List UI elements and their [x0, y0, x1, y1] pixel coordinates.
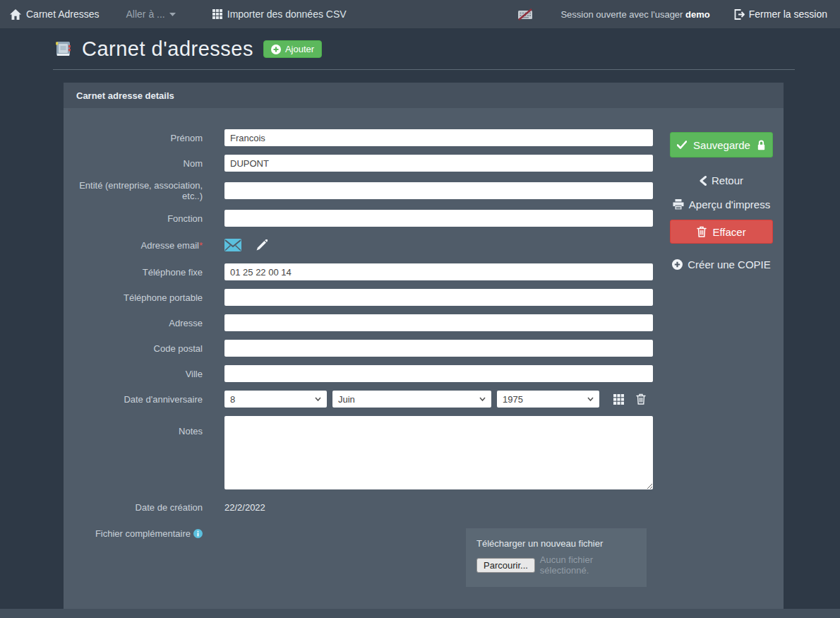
row-ville: Ville	[64, 365, 784, 382]
row-adresse: Adresse	[64, 314, 784, 331]
add-button-label: Ajouter	[285, 44, 314, 54]
birthday-month-value: Juin	[338, 394, 355, 405]
required-asterisk: *	[199, 240, 203, 251]
browse-button[interactable]: Parcourir...	[476, 558, 535, 573]
notes-textarea[interactable]	[224, 416, 653, 489]
check-icon	[677, 141, 687, 149]
trash-icon	[697, 226, 707, 237]
chevron-down-icon	[587, 397, 594, 401]
create-copy-button[interactable]: Créer une COPIE	[672, 259, 771, 271]
adresse-label: Adresse	[64, 318, 224, 328]
date-creation-value: 22/2/2022	[224, 502, 265, 513]
birthday-day-value: 8	[230, 394, 235, 405]
print-preview-button[interactable]: Aperçu d'impress	[673, 198, 770, 210]
address-book-icon	[54, 40, 73, 59]
notes-label: Notes	[64, 416, 224, 436]
nav-import-csv[interactable]: Importer des données CSV	[212, 8, 347, 20]
grid-icon	[212, 9, 222, 19]
row-date-creation: Date de création 22/2/2022	[64, 502, 784, 513]
keyboard-disabled-icon[interactable]	[517, 8, 534, 20]
logout-icon	[734, 9, 745, 20]
panel-title: Carnet adresse details	[76, 90, 174, 101]
details-panel: Carnet adresse details Prénom Nom Entité…	[64, 83, 784, 609]
create-copy-label: Créer une COPIE	[688, 259, 771, 271]
chevron-down-icon	[479, 397, 486, 401]
back-button[interactable]: Retour	[700, 174, 743, 186]
info-icon[interactable]	[193, 529, 203, 538]
home-icon	[10, 9, 21, 20]
nom-label: Nom	[64, 158, 224, 169]
delete-button-label: Effacer	[712, 226, 745, 238]
anniversaire-label: Date d'anniversaire	[64, 394, 224, 405]
birthday-month-select[interactable]: Juin	[332, 391, 491, 408]
birthday-year-select[interactable]: 1975	[497, 391, 599, 408]
prenom-input[interactable]	[224, 129, 653, 146]
save-button-label: Sauvegarde	[693, 139, 750, 151]
action-column: Sauvegarde Retour	[670, 132, 773, 271]
page-title: Carnet d'adresses	[82, 37, 253, 61]
save-button[interactable]: Sauvegarde	[670, 132, 773, 158]
adresse-input[interactable]	[224, 314, 653, 331]
tel-portable-label: Téléphone portable	[64, 292, 224, 303]
session-username: demo	[685, 9, 710, 20]
nav-brand-label: Carnet Adresses	[26, 8, 100, 20]
row-anniversaire: Date d'anniversaire 8 Juin 1975	[64, 391, 784, 408]
prenom-label: Prénom	[64, 133, 224, 143]
calendar-grid-icon[interactable]	[613, 394, 624, 405]
chevron-down-icon	[315, 397, 321, 401]
panel-body: Prénom Nom Entité (entreprise, associati…	[64, 108, 784, 609]
plus-circle-icon	[672, 259, 683, 270]
pencil-icon[interactable]	[256, 239, 268, 251]
session-status: Session ouverte avec l'usager demo	[560, 9, 709, 20]
fonction-input[interactable]	[224, 210, 653, 227]
ville-input[interactable]	[224, 365, 653, 382]
footer-strip	[0, 609, 840, 618]
row-tel-portable: Téléphone portable	[64, 289, 784, 306]
plus-circle-icon	[271, 44, 281, 54]
ville-label: Ville	[64, 369, 224, 379]
logout-button[interactable]: Fermer la session	[734, 8, 827, 20]
nav-import-label: Importer des données CSV	[227, 8, 347, 20]
nav-brand[interactable]: Carnet Adresses	[10, 8, 100, 20]
envelope-icon[interactable]	[224, 239, 241, 251]
birthday-year-value: 1975	[503, 394, 523, 405]
tel-fixe-label: Téléphone fixe	[64, 267, 224, 278]
print-preview-label: Aperçu d'impress	[689, 198, 770, 210]
nav-goto-menu[interactable]: Aller à ...	[126, 8, 176, 20]
delete-button[interactable]: Effacer	[670, 220, 773, 244]
trash-icon[interactable]	[636, 393, 646, 405]
no-file-label: Aucun fichier sélectionné.	[540, 554, 636, 576]
lock-icon	[757, 140, 766, 150]
printer-icon	[673, 199, 684, 210]
fichier-label: Fichier complémentaire	[64, 528, 224, 539]
back-label: Retour	[712, 174, 743, 186]
tel-portable-input[interactable]	[224, 289, 653, 306]
file-upload-box: Télécharger un nouveau fichier Parcourir…	[466, 528, 647, 587]
row-notes: Notes	[64, 416, 784, 489]
entite-label: Entité (entreprise, association, etc..)	[64, 180, 224, 201]
upload-title: Télécharger un nouveau fichier	[476, 538, 636, 549]
birthday-day-select[interactable]: 8	[224, 391, 327, 408]
add-button[interactable]: Ajouter	[263, 40, 322, 58]
header-divider	[53, 69, 795, 70]
row-fichier: Fichier complémentaire Télécharger un no…	[64, 528, 784, 587]
code-postal-label: Code postal	[64, 343, 224, 354]
code-postal-input[interactable]	[224, 340, 653, 357]
chevron-left-icon	[700, 176, 707, 186]
caret-down-icon	[169, 13, 176, 16]
entite-input[interactable]	[224, 182, 653, 199]
panel-heading: Carnet adresse details	[64, 83, 784, 108]
nav-goto-label: Aller à ...	[126, 8, 165, 20]
navbar: Carnet Adresses Aller à ... Importer des…	[0, 0, 840, 28]
date-creation-label: Date de création	[64, 502, 224, 513]
logout-label: Fermer la session	[749, 8, 827, 20]
email-label: Adresse email*	[64, 240, 224, 251]
row-code-postal: Code postal	[64, 340, 784, 357]
fonction-label: Fonction	[64, 213, 224, 224]
page-header: Carnet d'adresses Ajouter	[54, 37, 840, 61]
nom-input[interactable]	[224, 155, 653, 172]
tel-fixe-input[interactable]	[224, 263, 653, 280]
